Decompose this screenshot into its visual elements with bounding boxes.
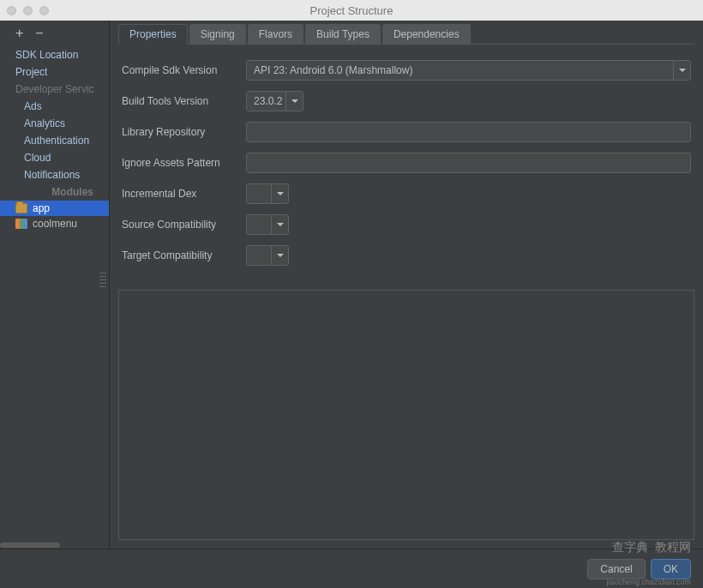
ok-button[interactable]: OK bbox=[651, 559, 691, 579]
sidebar: + − SDK Location Project Developer Servi… bbox=[0, 21, 110, 549]
split-grabber-icon[interactable] bbox=[99, 271, 106, 288]
tab-signing[interactable]: Signing bbox=[189, 24, 246, 44]
content-area: Properties Signing Flavors Build Types D… bbox=[110, 21, 703, 549]
chevron-down-icon bbox=[673, 61, 690, 80]
chart-icon bbox=[15, 219, 27, 229]
sidebar-item-ads[interactable]: Ads bbox=[0, 98, 109, 115]
traffic-lights bbox=[7, 6, 49, 15]
sidebar-item-authentication[interactable]: Authentication bbox=[0, 132, 109, 149]
target-compat-select[interactable] bbox=[246, 245, 289, 266]
maximize-window-icon[interactable] bbox=[39, 6, 49, 15]
tab-properties[interactable]: Properties bbox=[118, 24, 188, 45]
modules-heading: Modules bbox=[0, 183, 109, 201]
module-item-coolmenu[interactable]: coolmenu bbox=[0, 216, 109, 231]
compile-sdk-select[interactable]: API 23: Android 6.0 (Marshmallow) bbox=[246, 60, 691, 81]
chevron-down-icon bbox=[271, 215, 288, 234]
ignore-assets-label: Ignore Assets Pattern bbox=[122, 157, 246, 169]
bottom-panel bbox=[118, 290, 694, 540]
compile-sdk-value: API 23: Android 6.0 (Marshmallow) bbox=[254, 64, 671, 76]
chevron-down-icon bbox=[271, 184, 288, 203]
close-window-icon[interactable] bbox=[7, 6, 16, 15]
sidebar-item-notifications[interactable]: Notifications bbox=[0, 166, 109, 183]
chevron-down-icon bbox=[285, 92, 303, 111]
incremental-dex-select[interactable] bbox=[246, 183, 289, 204]
library-repo-input[interactable] bbox=[246, 122, 691, 142]
module-item-app[interactable]: app bbox=[0, 201, 109, 216]
source-compat-label: Source Compatibility bbox=[122, 219, 246, 231]
incremental-dex-label: Incremental Dex bbox=[122, 188, 246, 200]
build-tools-label: Build Tools Version bbox=[122, 95, 246, 107]
module-label: app bbox=[33, 202, 50, 214]
sidebar-item-analytics[interactable]: Analytics bbox=[0, 115, 109, 132]
sidebar-item-project[interactable]: Project bbox=[0, 63, 109, 81]
add-button[interactable]: + bbox=[15, 27, 23, 40]
target-compat-label: Target Compatibility bbox=[122, 249, 246, 261]
properties-form: Compile Sdk Version API 23: Android 6.0 … bbox=[118, 45, 694, 279]
build-tools-select[interactable]: 23.0.2 bbox=[246, 91, 303, 111]
compile-sdk-label: Compile Sdk Version bbox=[122, 64, 246, 76]
tab-flavors[interactable]: Flavors bbox=[248, 24, 303, 44]
titlebar: Project Structure bbox=[0, 0, 703, 21]
library-repo-label: Library Repository bbox=[122, 126, 246, 138]
folder-icon bbox=[15, 203, 27, 213]
sidebar-toolbar: + − bbox=[0, 21, 109, 46]
sidebar-item-cloud[interactable]: Cloud bbox=[0, 149, 109, 166]
remove-button[interactable]: − bbox=[35, 27, 43, 40]
minimize-window-icon[interactable] bbox=[23, 6, 33, 15]
sidebar-items: SDK Location Project Developer Servic Ad… bbox=[0, 46, 109, 542]
source-compat-select[interactable] bbox=[246, 214, 289, 235]
sidebar-item-sdk-location[interactable]: SDK Location bbox=[0, 46, 109, 63]
window-title: Project Structure bbox=[310, 4, 394, 17]
chevron-down-icon bbox=[271, 246, 288, 265]
developer-services-heading: Developer Servic bbox=[0, 81, 109, 98]
module-label: coolmenu bbox=[33, 218, 77, 230]
ignore-assets-input[interactable] bbox=[246, 153, 691, 173]
tabs: Properties Signing Flavors Build Types D… bbox=[118, 24, 694, 45]
sidebar-scrollbar[interactable] bbox=[0, 542, 109, 549]
tab-build-types[interactable]: Build Types bbox=[305, 24, 381, 44]
scrollbar-thumb[interactable] bbox=[0, 543, 60, 548]
build-tools-value: 23.0.2 bbox=[254, 95, 284, 107]
tab-dependencies[interactable]: Dependencies bbox=[382, 24, 471, 44]
cancel-button[interactable]: Cancel bbox=[587, 559, 645, 579]
footer: Cancel OK bbox=[0, 549, 703, 588]
